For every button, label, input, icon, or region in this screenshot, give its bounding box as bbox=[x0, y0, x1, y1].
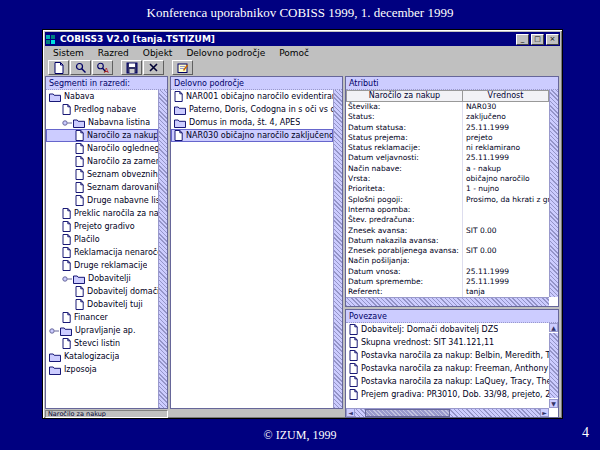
tree-item[interactable]: Nabavna listina bbox=[46, 116, 158, 129]
folder-icon bbox=[174, 118, 186, 128]
document-icon bbox=[349, 324, 358, 335]
link-item[interactable]: Skupna vrednost: SIT 341.121,11 bbox=[346, 336, 549, 349]
link-item[interactable]: Prejem gradiva: PR3010, Dob. 33/98, prej… bbox=[346, 388, 549, 401]
attributes-vertical-scrollbar[interactable] bbox=[549, 90, 558, 297]
tree-item[interactable]: Nabava bbox=[46, 90, 158, 103]
attribute-label: Štev. predračuna: bbox=[346, 215, 462, 225]
tree-item[interactable]: Izposoja bbox=[46, 363, 158, 376]
scroll-up-button[interactable]: ▲ bbox=[549, 323, 558, 332]
attribute-value bbox=[462, 215, 549, 225]
workspace-item[interactable]: Paterno, Doris, Codogna in s oči vs over… bbox=[171, 103, 333, 116]
attribute-label: Splošni pogoji: bbox=[346, 195, 462, 205]
attributes-column-class: Naročilo za nakup bbox=[346, 90, 462, 102]
document-icon bbox=[75, 299, 84, 310]
tree-item[interactable]: Števci listin bbox=[46, 337, 158, 350]
menubar: SistemRazredObjektDelovno področjePomoč bbox=[45, 46, 560, 59]
horizontal-scroll-thumb[interactable] bbox=[365, 409, 450, 417]
tree-item[interactable]: Seznam obveznih izvo. bbox=[46, 168, 158, 181]
scroll-left-button[interactable]: ◄ bbox=[346, 408, 355, 417]
tree-item[interactable]: Predlog nabave bbox=[46, 103, 158, 116]
workspace-item[interactable]: Domus in moda, št. 4, APES bbox=[171, 116, 333, 129]
attribute-value: SIT 0.00 bbox=[462, 246, 549, 256]
link-item[interactable]: Postavka naročila za nakup: Belbin, Mere… bbox=[346, 349, 549, 362]
links-vertical-scrollbar[interactable] bbox=[549, 333, 558, 398]
window-title: COBISS3 V2.0 [tanja.TSTIZUM] bbox=[60, 34, 516, 44]
save-button[interactable] bbox=[121, 60, 142, 75]
workspace-panel-header: Delovno področje bbox=[171, 77, 342, 90]
document-icon bbox=[75, 182, 84, 193]
tree-item[interactable]: Dobavitelj domači bbox=[46, 285, 158, 298]
segments-vertical-scrollbar[interactable] bbox=[158, 90, 167, 408]
document-icon bbox=[349, 350, 358, 361]
link-item[interactable]: Postavka naročila za nakup: Freeman, Ant… bbox=[346, 362, 549, 375]
close-button[interactable]: × bbox=[546, 34, 559, 45]
delete-button[interactable] bbox=[143, 60, 164, 75]
attribute-label: Datum vnosa: bbox=[346, 267, 462, 277]
new-object-button[interactable] bbox=[48, 60, 69, 75]
item-label: Dobavitelji bbox=[88, 274, 131, 283]
expand-handle-icon[interactable] bbox=[62, 119, 73, 127]
tree-item[interactable]: Naročilo za nakup bbox=[46, 129, 158, 142]
attribute-label: Status prejema: bbox=[346, 133, 462, 143]
attribute-value: 25.11.1999 bbox=[462, 277, 549, 287]
tree-item[interactable]: Plačilo bbox=[46, 233, 158, 246]
slide-footer: © IZUM, 1999 bbox=[0, 428, 600, 443]
attribute-row: Prioriteta:1 - nujno bbox=[346, 184, 549, 194]
item-label: Naročilo oglednega iz. bbox=[87, 144, 158, 153]
folder-icon bbox=[49, 352, 61, 362]
links-horizontal-scrollbar[interactable] bbox=[355, 408, 540, 417]
svg-text:A: A bbox=[104, 67, 109, 74]
search-button[interactable] bbox=[70, 60, 91, 75]
toolbar-separator bbox=[165, 67, 172, 68]
menu-razred[interactable]: Razred bbox=[92, 48, 137, 58]
menu-objekt[interactable]: Objekt bbox=[137, 48, 181, 58]
attribute-value: 1 - nujno bbox=[462, 184, 549, 194]
attribute-value: prejeto bbox=[462, 133, 549, 143]
search-by-attributes-button[interactable]: A bbox=[92, 60, 113, 75]
document-icon bbox=[349, 363, 358, 374]
workspace-list: NAR001 običajno naročilo evidentirano KR… bbox=[171, 90, 333, 408]
item-label: NAR001 običajno naročilo evidentirano KR… bbox=[186, 92, 333, 101]
document-icon bbox=[62, 312, 71, 323]
link-item[interactable]: Dobavitelj: Domači dobavitelj DZS bbox=[346, 323, 549, 336]
workspace-vertical-scrollbar[interactable] bbox=[333, 90, 342, 408]
item-label: Števci listin bbox=[74, 339, 120, 348]
tree-item[interactable]: Dobavitelj tuji bbox=[46, 298, 158, 311]
folder-icon bbox=[49, 365, 61, 375]
scroll-right-button[interactable]: ► bbox=[540, 408, 549, 417]
tree-item[interactable]: Katalogizacija bbox=[46, 350, 158, 363]
edit-button[interactable] bbox=[172, 60, 193, 75]
tree-item[interactable]: Naročilo oglednega iz. bbox=[46, 142, 158, 155]
tree-item[interactable]: Preklic naročila za nakup bbox=[46, 207, 158, 220]
link-item[interactable]: Postavka naročila za nakup: LaQuey, Trac… bbox=[346, 375, 549, 388]
scroll-down-button[interactable]: ▼ bbox=[549, 399, 558, 408]
menu-pomo-[interactable]: Pomoč bbox=[273, 48, 317, 58]
workspace-item[interactable]: NAR001 običajno naročilo evidentirano KR… bbox=[171, 90, 333, 103]
item-label: Prejeto gradivo bbox=[74, 222, 135, 231]
tree-item[interactable]: Upravljanje ap. bbox=[46, 324, 158, 337]
tree-item[interactable]: Dobavitelji bbox=[46, 272, 158, 285]
tree-item[interactable]: Reklamacija nenaročene pošiljke bbox=[46, 246, 158, 259]
window-titlebar[interactable]: COBISS3 V2.0 [tanja.TSTIZUM] _ □ × bbox=[45, 32, 560, 46]
tree-item[interactable]: Druge nabavne listine bbox=[46, 194, 158, 207]
minimize-button[interactable]: _ bbox=[516, 34, 529, 45]
tree-item[interactable]: Naročilo za zamenjavo bbox=[46, 155, 158, 168]
expand-handle-icon[interactable] bbox=[62, 275, 73, 283]
tree-item[interactable]: Seznam darovanih izv. bbox=[46, 181, 158, 194]
attributes-horizontal-scrollbar[interactable] bbox=[346, 297, 549, 306]
menu-delovno-podro-je[interactable]: Delovno področje bbox=[180, 48, 273, 58]
workspace-item[interactable]: NAR030 običajno naročilo zaključeno DZS bbox=[171, 129, 333, 142]
expand-handle-icon[interactable] bbox=[49, 327, 60, 335]
tree-item[interactable]: Prejeto gradivo bbox=[46, 220, 158, 233]
menu-sistem[interactable]: Sistem bbox=[47, 48, 92, 58]
attribute-label: Prioriteta: bbox=[346, 184, 462, 194]
document-icon bbox=[62, 260, 71, 271]
document-icon bbox=[62, 104, 71, 115]
folder-icon bbox=[60, 326, 72, 336]
maximize-button[interactable]: □ bbox=[531, 34, 544, 45]
tree-item[interactable]: Druge reklamacije bbox=[46, 259, 158, 272]
new-object-icon bbox=[54, 62, 64, 74]
attribute-row: Način pošiljanja: bbox=[346, 256, 549, 266]
tree-item[interactable]: Financer bbox=[46, 311, 158, 324]
attribute-value: običajno naročilo bbox=[462, 174, 549, 184]
